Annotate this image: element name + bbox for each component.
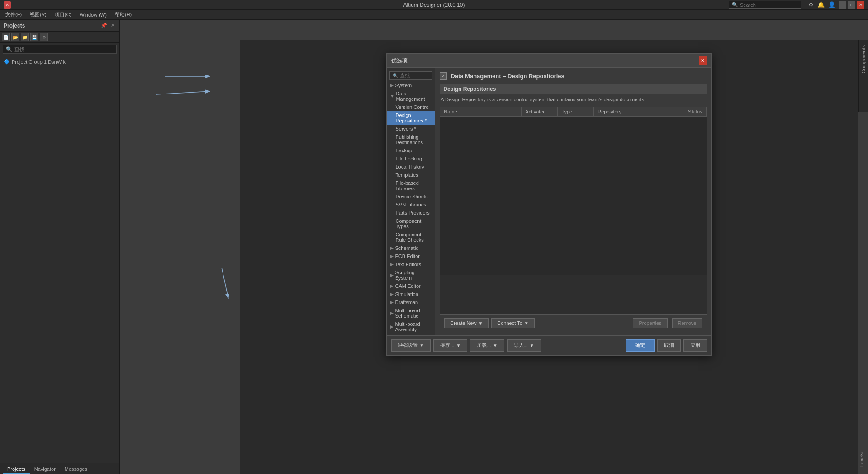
cancel-button[interactable]: 取消 xyxy=(657,339,681,352)
nav-search-box[interactable]: 🔍 xyxy=(389,71,432,80)
search-input[interactable] xyxy=(740,2,794,8)
nav-device-sheets[interactable]: Device Sheets xyxy=(387,192,435,201)
tab-messages[interactable]: Messages xyxy=(60,465,92,474)
new-project-icon[interactable]: 📄 xyxy=(2,33,10,41)
open-folder-icon[interactable]: 📁 xyxy=(21,33,29,41)
nav-file-based-libraries[interactable]: File-based Libraries xyxy=(387,179,435,192)
nav-system[interactable]: ▶ System xyxy=(387,81,435,89)
nav-cam-editor[interactable]: ▶ CAM Editor xyxy=(387,282,435,290)
titlebar-search-box[interactable]: 🔍 xyxy=(729,1,801,9)
bell-icon[interactable]: 🔔 xyxy=(817,1,825,8)
project-icon: 🔷 xyxy=(4,59,10,65)
nav-file-locking[interactable]: File Locking xyxy=(387,155,435,163)
svg-line-3 xyxy=(222,268,228,299)
dialog-overlay: 优选项 ✕ 🔍 ▶ System xyxy=(240,40,858,474)
properties-button[interactable]: Properties xyxy=(633,318,667,328)
nav-component-rule-checks[interactable]: Component Rule Checks xyxy=(387,230,435,244)
menu-file[interactable]: 文件(F) xyxy=(2,10,25,19)
connect-to-label: Connect To xyxy=(497,320,522,326)
user-icon[interactable]: 👤 xyxy=(828,1,835,8)
minimize-button[interactable]: ─ xyxy=(839,1,846,9)
nav-svn-libraries[interactable]: SVN Libraries xyxy=(387,201,435,209)
col-header-activated: Activated xyxy=(522,107,558,116)
panel-pin-button[interactable]: 📌 xyxy=(100,23,108,28)
nav-schematic[interactable]: ▶ Schematic xyxy=(387,244,435,252)
content-checkbox[interactable]: ✓ xyxy=(440,72,447,80)
tab-projects[interactable]: Projects xyxy=(3,465,30,474)
close-button[interactable]: ✕ xyxy=(857,1,864,9)
nav-templates[interactable]: Templates xyxy=(387,171,435,179)
nav-draftsman[interactable]: ▶ Draftsman xyxy=(387,298,435,306)
create-new-button[interactable]: Create New ▼ xyxy=(444,318,489,328)
nav-publishing-destinations[interactable]: Publishing Destinations xyxy=(387,133,435,146)
nav-label-local-history: Local History xyxy=(396,164,425,169)
nav-version-control[interactable]: Version Control xyxy=(387,103,435,111)
project-group-item[interactable]: 🔷 Project Group 1.DsnWrk xyxy=(0,57,119,66)
nav-label-pcb-editor: PCB Editor xyxy=(395,253,420,259)
nav-arrow-scripting: ▶ xyxy=(390,273,394,277)
nav-arrow-pcb-editor: ▶ xyxy=(390,254,394,258)
nav-multiboard-schematic[interactable]: ▶ Multi-board Schematic xyxy=(387,306,435,320)
nav-label-svn-libraries: SVN Libraries xyxy=(396,202,427,207)
panel-close-button[interactable]: ✕ xyxy=(110,23,116,28)
titlebar: A Altium Designer (20.0.10) 🔍 ⚙ 🔔 👤 ─ □ … xyxy=(0,0,868,10)
nav-local-history[interactable]: Local History xyxy=(387,163,435,171)
create-new-arrow: ▼ xyxy=(478,321,483,326)
nav-parts-providers[interactable]: Parts Providers xyxy=(387,209,435,217)
nav-arrow-draftsman: ▶ xyxy=(390,300,394,305)
remove-button[interactable]: Remove xyxy=(672,318,702,328)
load-arrow: ▼ xyxy=(493,343,498,348)
nav-arrow-schematic: ▶ xyxy=(390,246,394,250)
nav-tree: 🔍 ▶ System ▼ Data Management xyxy=(387,68,436,335)
bottom-tab-bar: Projects Navigator Messages xyxy=(0,463,119,474)
project-tree: 🔷 Project Group 1.DsnWrk xyxy=(0,56,119,463)
load-button[interactable]: 加载... ▼ xyxy=(470,339,504,352)
nav-pcb-editor[interactable]: ▶ PCB Editor xyxy=(387,252,435,260)
preferences-dialog: 优选项 ✕ 🔍 ▶ System xyxy=(386,53,712,356)
menu-help[interactable]: 帮助(H) xyxy=(111,10,135,19)
restore-button[interactable]: □ xyxy=(848,1,855,9)
load-label: 加载... xyxy=(477,342,491,349)
nav-search-icon: 🔍 xyxy=(393,73,398,78)
nav-label-simulation: Simulation xyxy=(395,291,418,297)
right-panel-tab: Components xyxy=(858,40,868,112)
save-button[interactable]: 保存... ▼ xyxy=(433,339,467,352)
nav-arrow-cam: ▶ xyxy=(390,284,394,288)
default-settings-button[interactable]: 缺省设置 ▼ xyxy=(391,339,431,352)
nav-search-input[interactable] xyxy=(400,73,429,78)
nav-text-editors[interactable]: ▶ Text Editors xyxy=(387,260,435,268)
ok-button[interactable]: 确定 xyxy=(626,339,655,352)
bottom-tabs: Projects Navigator Messages xyxy=(0,463,119,474)
nav-simulation[interactable]: ▶ Simulation xyxy=(387,290,435,298)
panel-search-input[interactable] xyxy=(14,47,114,52)
panel-title: Projects xyxy=(4,23,25,29)
nav-label-device-sheets: Device Sheets xyxy=(396,194,428,199)
menu-view[interactable]: 视图(V) xyxy=(26,10,50,19)
connect-to-button[interactable]: Connect To ▼ xyxy=(491,318,534,328)
gear-icon[interactable]: ⚙ xyxy=(808,1,814,8)
nav-component-types[interactable]: Component Types xyxy=(387,217,435,230)
import-label: 导入... xyxy=(514,342,528,349)
nav-label-data-management: Data Management xyxy=(396,91,431,102)
open-project-icon[interactable]: 📂 xyxy=(11,33,19,41)
dialog-close-button[interactable]: ✕ xyxy=(699,56,707,65)
menu-window[interactable]: Window (W) xyxy=(76,11,110,19)
nav-backup[interactable]: Backup xyxy=(387,146,435,155)
nav-scripting-system[interactable]: ▶ Scripting System xyxy=(387,268,435,282)
dialog-footer: 缺省设置 ▼ 保存... ▼ 加载... ▼ 导入... ▼ xyxy=(387,335,711,355)
panels-label[interactable]: Panels xyxy=(858,450,868,470)
components-tab[interactable]: Components xyxy=(860,42,867,77)
settings-icon[interactable]: ⚙ xyxy=(40,33,48,41)
panel-search-box[interactable]: 🔍 xyxy=(3,45,117,54)
nav-multiboard-assembly[interactable]: ▶ Multi-board Assembly xyxy=(387,320,435,333)
panel-controls: 📌 ✕ xyxy=(100,23,116,28)
nav-servers[interactable]: Servers * xyxy=(387,125,435,133)
menu-project[interactable]: 项目(C) xyxy=(51,10,75,19)
nav-design-repositories[interactable]: Design Repositories * xyxy=(387,111,435,125)
import-button[interactable]: 导入... ▼ xyxy=(507,339,541,352)
content-header: ✓ Data Management – Design Repositories xyxy=(440,72,707,80)
tab-navigator[interactable]: Navigator xyxy=(30,465,60,474)
nav-data-management[interactable]: ▼ Data Management xyxy=(387,89,435,103)
save-project-icon[interactable]: 💾 xyxy=(30,33,38,41)
apply-button[interactable]: 应用 xyxy=(683,339,707,352)
